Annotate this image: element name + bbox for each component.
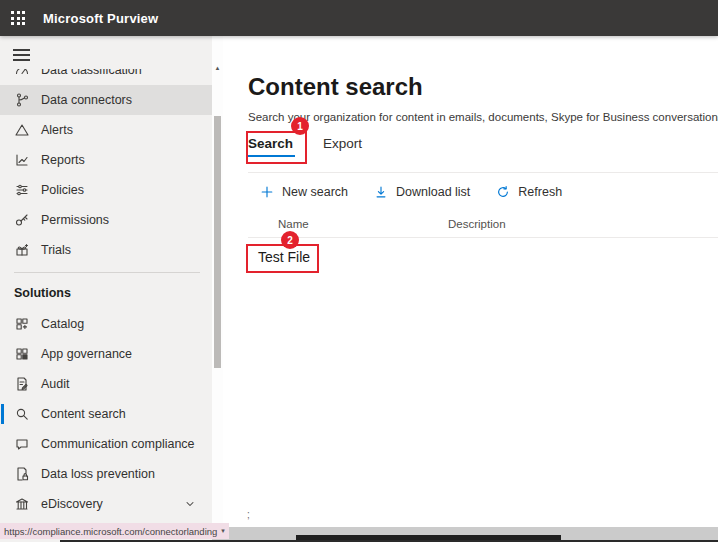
sidebar-item-permissions[interactable]: Permissions	[0, 205, 212, 235]
sidebar-item-trials[interactable]: Trials	[0, 235, 212, 265]
sidebar-section-solutions: Solutions	[0, 277, 212, 309]
sidebar-item-label: Catalog	[41, 317, 84, 331]
sidebar-item-label: Policies	[41, 183, 84, 197]
new-search-label: New search	[282, 185, 348, 199]
table-header-divider	[248, 237, 718, 238]
key-icon	[14, 212, 30, 228]
sidebar-item-label: Permissions	[41, 213, 109, 227]
sidebar-item-data-classification[interactable]: Data classification	[0, 69, 212, 85]
sidebar-item-ediscovery[interactable]: eDiscovery	[0, 489, 212, 519]
sidebar-item-label: Alerts	[41, 123, 73, 137]
page-title: Content search	[248, 72, 718, 102]
refresh-button[interactable]: Refresh	[496, 185, 562, 199]
download-list-button[interactable]: Download list	[374, 185, 470, 199]
app-title: Microsoft Purview	[43, 11, 158, 26]
hamburger-menu-icon[interactable]	[13, 49, 30, 61]
chevron-down-icon[interactable]	[184, 498, 196, 510]
sidebar-item-label: Audit	[41, 377, 70, 391]
command-bar: New search Download list Refresh	[260, 178, 718, 206]
column-header-name[interactable]: Name	[278, 218, 448, 230]
tab-export[interactable]: Export	[323, 136, 362, 159]
download-icon	[374, 185, 388, 199]
table-header-row: Name Description	[248, 218, 718, 230]
sidebar-item-label: Reports	[41, 153, 85, 167]
sidebar-scrollbar[interactable]: ▲	[212, 36, 223, 527]
sidebar-divider	[14, 272, 200, 273]
gauge-icon	[14, 69, 30, 78]
refresh-icon	[496, 185, 510, 199]
sidebar-item-label: App governance	[41, 347, 132, 361]
sidebar-item-content-search[interactable]: Content search	[0, 399, 212, 429]
stray-text: ;	[247, 509, 250, 520]
sidebar-item-audit[interactable]: Audit	[0, 369, 212, 399]
sidebar-item-label: Communication compliance	[41, 437, 195, 451]
caret-down-icon: ▾	[221, 527, 225, 535]
tab-separator	[248, 172, 718, 173]
sidebar-item-data-loss-prevention[interactable]: Data loss prevention	[0, 459, 212, 489]
app-launcher-waffle-icon[interactable]	[11, 11, 25, 25]
sidebar-item-app-governance[interactable]: App governance	[0, 339, 212, 369]
sidebar-item-data-connectors[interactable]: Data connectors	[0, 85, 212, 115]
chat-icon	[14, 436, 30, 452]
sidebar-item-label: Data classification	[41, 69, 142, 77]
scrollbar-thumb[interactable]	[214, 116, 221, 368]
grid-plus-icon	[14, 316, 30, 332]
top-header-bar: Microsoft Purview	[0, 0, 718, 36]
sidebar-item-communication-compliance[interactable]: Communication compliance	[0, 429, 212, 459]
sliders-icon	[14, 182, 30, 198]
sidebar-item-label: eDiscovery	[41, 497, 103, 511]
sidebar-item-label: Content search	[41, 407, 126, 421]
status-bar-url: https://compliance.microsoft.com/connect…	[0, 523, 229, 539]
connectors-icon	[14, 92, 30, 108]
sidebar-nav: Data classification Data connectors Aler…	[0, 36, 212, 542]
chart-icon	[14, 152, 30, 168]
sidebar-item-policies[interactable]: Policies	[0, 175, 212, 205]
page-subtitle: Search your organization for content in …	[248, 111, 718, 123]
url-text: https://compliance.microsoft.com/connect…	[4, 526, 217, 537]
sidebar-item-catalog[interactable]: Catalog	[0, 309, 212, 339]
main-content: Content search Search your organization …	[223, 36, 718, 527]
sidebar-item-label: Data loss prevention	[41, 467, 155, 481]
column-header-description[interactable]: Description	[448, 218, 506, 230]
magnifier-icon	[14, 406, 30, 422]
doc-lock-icon	[14, 466, 30, 482]
download-list-label: Download list	[396, 185, 470, 199]
warning-icon	[14, 122, 30, 138]
sidebar-item-label: Trials	[41, 243, 71, 257]
sidebar-item-alerts[interactable]: Alerts	[0, 115, 212, 145]
scrollbar-up-arrow-icon[interactable]: ▲	[213, 64, 222, 72]
table-row-test-file[interactable]: Test File	[258, 249, 310, 265]
audit-doc-icon	[14, 376, 30, 392]
refresh-label: Refresh	[518, 185, 562, 199]
new-search-button[interactable]: New search	[260, 185, 348, 199]
gift-icon	[14, 242, 30, 258]
sidebar-item-label: Data connectors	[41, 93, 132, 107]
sidebar-item-reports[interactable]: Reports	[0, 145, 212, 175]
tab-search[interactable]: Search	[248, 136, 293, 159]
plus-icon	[260, 185, 274, 199]
bank-icon	[14, 496, 30, 512]
tab-bar: Search Export	[248, 136, 718, 159]
grid-icon	[14, 346, 30, 362]
